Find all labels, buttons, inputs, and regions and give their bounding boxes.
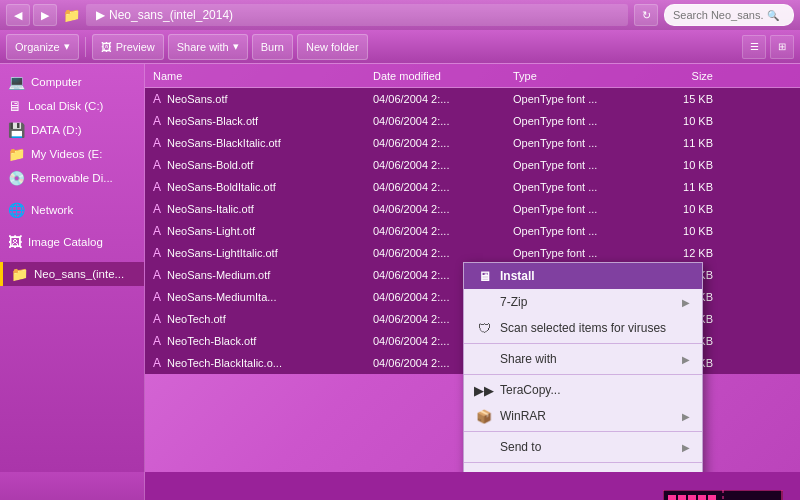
sidebar-item-data-d[interactable]: 💾 DATA (D:) [0,118,144,142]
svg-rect-11 [708,495,716,501]
column-name[interactable]: Name [153,70,373,82]
search-input[interactable] [673,9,763,21]
ctx-item-icon: ▶▶ [476,382,492,398]
sidebar-label-network: Network [31,204,73,216]
table-row[interactable]: A NeoSans-Bold.otf 04/06/2004 2:... Open… [145,154,800,176]
file-size-cell: 10 KB [633,115,713,127]
sidebar-item-computer[interactable]: 💻 Computer [0,70,144,94]
context-menu-item-winrar[interactable]: 📦 WinRAR ▶ [464,403,702,429]
file-name-text: NeoSans-LightItalic.otf [167,247,278,259]
ctx-item-arrow: ▶ [682,411,690,422]
toolbar-separator-1 [85,37,86,57]
neo-sans-icon: 📁 [11,266,28,282]
file-icon: A [153,180,161,194]
sidebar-label-image-catalog: Image Catalog [28,236,103,248]
nav-buttons[interactable]: ◀ ▶ [6,4,57,26]
sidebar-item-local-disk[interactable]: 🖥 Local Disk (C:) [0,94,144,118]
context-menu-item-teracopy[interactable]: ▶▶ TeraCopy... [464,377,702,403]
svg-rect-10 [698,495,706,501]
file-name-cell: A NeoSans-Medium.otf [153,268,373,282]
context-menu-item-scan[interactable]: 🛡 Scan selected items for viruses [464,315,702,341]
context-menu-separator [464,343,702,344]
search-box[interactable]: 🔍 [664,4,794,26]
file-icon: A [153,268,161,282]
file-name-text: NeoSans-BoldItalic.otf [167,181,276,193]
ctx-item-arrow: ▶ [682,297,690,308]
view-grid-button[interactable]: ⊞ [770,35,794,59]
table-row[interactable]: A NeoSans-BlackItalic.otf 04/06/2004 2:.… [145,132,800,154]
file-name-cell: A NeoTech.otf [153,312,373,326]
column-type[interactable]: Type [513,70,633,82]
table-row[interactable]: A NeoSans-Black.otf 04/06/2004 2:... Ope… [145,110,800,132]
ctx-item-label: TeraCopy... [500,383,560,397]
context-menu-item-share-with[interactable]: Share with ▶ [464,346,702,372]
file-size-cell: 12 KB [633,247,713,259]
ctx-item-label: Share with [500,352,557,366]
ctx-item-icon [476,439,492,455]
file-name-text: NeoSans-MediumIta... [167,291,276,303]
file-date-cell: 04/06/2004 2:... [373,225,513,237]
refresh-button[interactable]: ↻ [634,4,658,26]
ngnl-logo: NO GAME NO LIFE | [658,487,788,500]
context-menu-separator [464,462,702,463]
image-catalog-icon: 🖼 [8,234,22,250]
svg-rect-9 [688,495,696,501]
table-row[interactable]: A NeoSans-BoldItalic.otf 04/06/2004 2:..… [145,176,800,198]
removable-icon: 💿 [8,170,25,186]
forward-button[interactable]: ▶ [33,4,57,26]
column-size[interactable]: Size [633,70,713,82]
svg-rect-8 [678,495,686,501]
context-menu-item-install[interactable]: 🖥 Install [464,263,702,289]
file-name-cell: A NeoSans-BoldItalic.otf [153,180,373,194]
context-menu-item-cut[interactable]: Cut [464,465,702,472]
file-name-cell: A NeoSans.otf [153,92,373,106]
context-menu-item-7zip[interactable]: 7-Zip ▶ [464,289,702,315]
sidebar-label-data-d: DATA (D:) [31,124,82,136]
share-button[interactable]: Share with ▾ [168,34,248,60]
file-size-cell: 10 KB [633,225,713,237]
new-folder-button[interactable]: New folder [297,34,368,60]
network-icon: 🌐 [8,202,25,218]
file-icon: A [153,312,161,326]
table-row[interactable]: A NeoSans-Light.otf 04/06/2004 2:... Ope… [145,220,800,242]
sidebar-item-network[interactable]: 🌐 Network [0,198,144,222]
organize-button[interactable]: Organize ▾ [6,34,79,60]
sidebar-item-my-videos[interactable]: 📁 My Videos (E: [0,142,144,166]
file-name-cell: A NeoSans-MediumIta... [153,290,373,304]
ctx-item-icon [476,470,492,472]
ctx-item-icon: 🖥 [476,268,492,284]
file-name-text: NeoSans.otf [167,93,228,105]
search-icon: 🔍 [767,10,779,21]
file-name-text: NeoTech-BlackItalic.o... [167,357,282,369]
sidebar-label-neo-sans: Neo_sans_(inte... [34,268,124,280]
preview-pane: Abg [0,472,145,500]
sidebar-item-image-catalog[interactable]: 🖼 Image Catalog [0,230,144,254]
file-name-cell: A NeoTech-BlackItalic.o... [153,356,373,370]
file-size-cell: 15 KB [633,93,713,105]
file-icon: A [153,246,161,260]
ctx-item-icon [476,294,492,310]
context-menu-item-send-to[interactable]: Send to ▶ [464,434,702,460]
column-date[interactable]: Date modified [373,70,513,82]
sidebar-item-removable[interactable]: 💿 Removable Di... [0,166,144,190]
table-row[interactable]: A NeoSans-Italic.otf 04/06/2004 2:... Op… [145,198,800,220]
sidebar-item-neo-sans[interactable]: 📁 Neo_sans_(inte... [0,262,144,286]
main-area: 💻 Computer 🖥 Local Disk (C:) 💾 DATA (D:)… [0,64,800,472]
ctx-item-label: WinRAR [500,409,546,423]
file-name-cell: A NeoSans-LightItalic.otf [153,246,373,260]
table-row[interactable]: A NeoSans.otf 04/06/2004 2:... OpenType … [145,88,800,110]
preview-button[interactable]: 🖼 Preview [92,34,164,60]
back-button[interactable]: ◀ [6,4,30,26]
burn-button[interactable]: Burn [252,34,293,60]
file-icon: A [153,136,161,150]
file-type-cell: OpenType font ... [513,181,633,193]
file-date-cell: 04/06/2004 2:... [373,93,513,105]
address-bar[interactable]: ▶ Neo_sans_(intel_2014) [86,4,628,26]
file-type-cell: OpenType font ... [513,247,633,259]
ctx-item-icon: 📦 [476,408,492,424]
my-videos-icon: 📁 [8,146,25,162]
file-icon: A [153,114,161,128]
view-toggle-button[interactable]: ☰ [742,35,766,59]
table-row[interactable]: A NeoSans-LightItalic.otf 04/06/2004 2:.… [145,242,800,264]
file-type-cell: OpenType font ... [513,225,633,237]
